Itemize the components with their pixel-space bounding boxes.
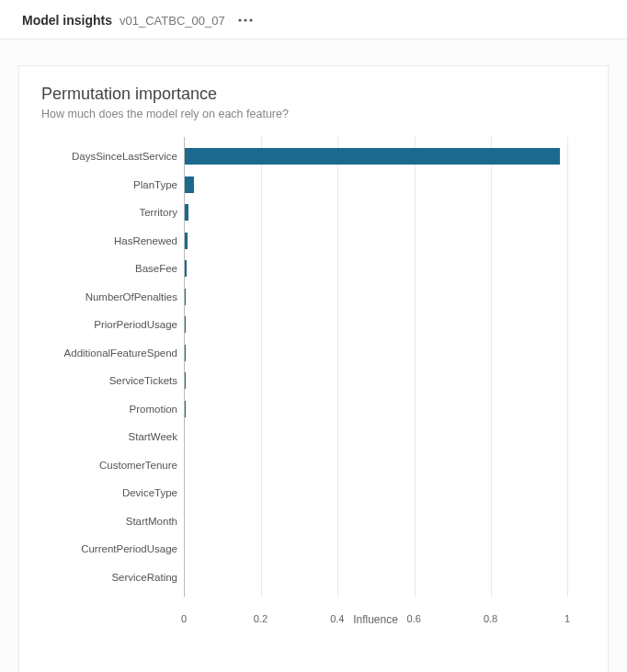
x-tick-label: 0.2 [254, 613, 268, 624]
x-tick-label: 0.8 [484, 613, 497, 624]
y-category-label: HasRenewed [40, 235, 177, 246]
y-category-label: Territory [40, 207, 177, 218]
chart-bar-row: HasRenewed [185, 233, 567, 249]
x-tick-label: 0.4 [330, 613, 344, 624]
y-category-label: AdditionalFeatureSpend [40, 347, 177, 359]
y-category-label: CurrentPeriodUsage [40, 543, 177, 554]
y-category-label: StartWeek [40, 431, 177, 442]
chart-bar-row: StartMonth [185, 513, 567, 530]
y-category-label: PlanType [40, 179, 177, 190]
chart-bar-row: CustomerTenure [185, 457, 567, 473]
chart-plot-area: DaysSinceLastServicePlanTypeTerritoryHas… [184, 137, 567, 597]
y-category-label: NumberOfPenalties [40, 291, 177, 302]
content-area: Permutation importance How much does the… [0, 40, 627, 672]
svg-point-0 [238, 18, 241, 21]
y-category-label: DeviceType [40, 487, 177, 498]
x-tick-label: 1 [564, 613, 570, 624]
card-title: Permutation importance [41, 85, 586, 104]
card-subtitle: How much does the model rely on each fea… [41, 108, 586, 120]
chart-bar [185, 204, 188, 221]
chart-bar [185, 233, 188, 249]
y-category-label: CustomerTenure [40, 460, 177, 471]
ellipsis-icon [238, 18, 253, 22]
page-title: Model insights [22, 13, 112, 28]
chart-bar-row: Promotion [185, 401, 567, 417]
chart-bar [185, 148, 560, 165]
chart-bar-row: DeviceType [185, 484, 567, 501]
chart-x-axis: Influence 00.20.40.60.81 [184, 613, 567, 650]
y-category-label: PriorPeriodUsage [40, 319, 177, 330]
chart-bar-row: Territory [185, 204, 567, 221]
chart-bar-row: DaysSinceLastService [185, 148, 567, 165]
chart-bar-row: StartWeek [185, 428, 567, 445]
y-category-label: DaysSinceLastService [40, 151, 177, 162]
more-menu-button[interactable] [236, 11, 255, 29]
x-tick-label: 0.6 [407, 613, 421, 624]
chart-bar-row: PlanType [185, 177, 567, 193]
chart-bar-row: BaseFee [185, 260, 567, 277]
svg-point-2 [249, 18, 252, 21]
chart-bar-row: CurrentPeriodUsage [185, 541, 567, 557]
permutation-importance-chart: DaysSinceLastServicePlanTypeTerritoryHas… [41, 137, 586, 650]
chart-bar [185, 289, 186, 305]
x-tick-label: 0 [181, 613, 187, 624]
chart-bar-row: ServiceTickets [185, 372, 567, 389]
chart-bar [185, 316, 186, 333]
y-category-label: StartMonth [40, 516, 177, 527]
svg-point-1 [244, 18, 246, 21]
chart-bar [185, 177, 194, 193]
chart-bar-row: ServiceRating [185, 569, 567, 586]
y-category-label: ServiceRating [40, 572, 177, 583]
y-category-label: Promotion [40, 404, 177, 415]
chart-bar [185, 260, 187, 277]
chart-bar-row: AdditionalFeatureSpend [185, 345, 567, 361]
y-category-label: ServiceTickets [40, 375, 177, 386]
permutation-importance-card: Permutation importance How much does the… [18, 65, 609, 672]
x-axis-label: Influence [184, 613, 567, 626]
page-header: Model insights v01_CATBC_00_07 [0, 0, 627, 40]
y-category-label: BaseFee [40, 263, 177, 274]
chart-bar-row: PriorPeriodUsage [185, 316, 567, 333]
chart-gridline [567, 137, 568, 597]
chart-bar-row: NumberOfPenalties [185, 289, 567, 305]
model-version-label: v01_CATBC_00_07 [120, 14, 225, 28]
